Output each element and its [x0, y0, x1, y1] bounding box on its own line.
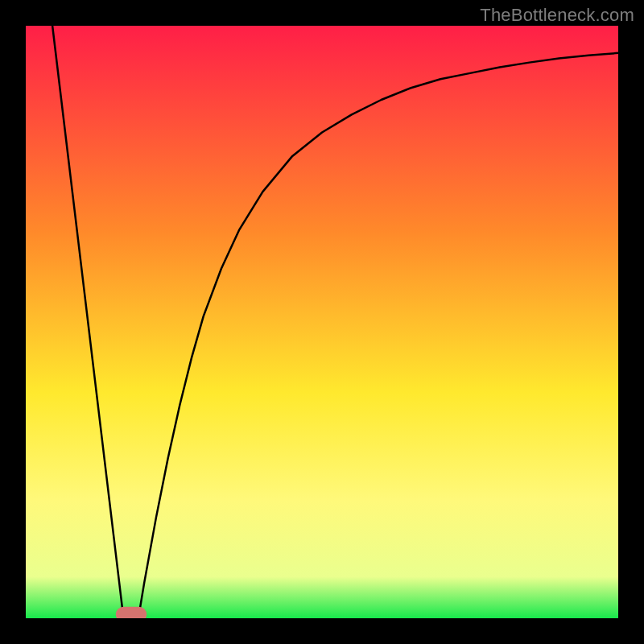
optimum-pill	[116, 607, 147, 618]
gradient-background	[26, 26, 618, 618]
plot-area	[26, 26, 618, 618]
optimum-marker	[116, 607, 147, 618]
chart-frame: TheBottleneck.com	[0, 0, 644, 644]
watermark-text: TheBottleneck.com	[480, 5, 634, 26]
bottleneck-curve-chart	[26, 26, 618, 618]
